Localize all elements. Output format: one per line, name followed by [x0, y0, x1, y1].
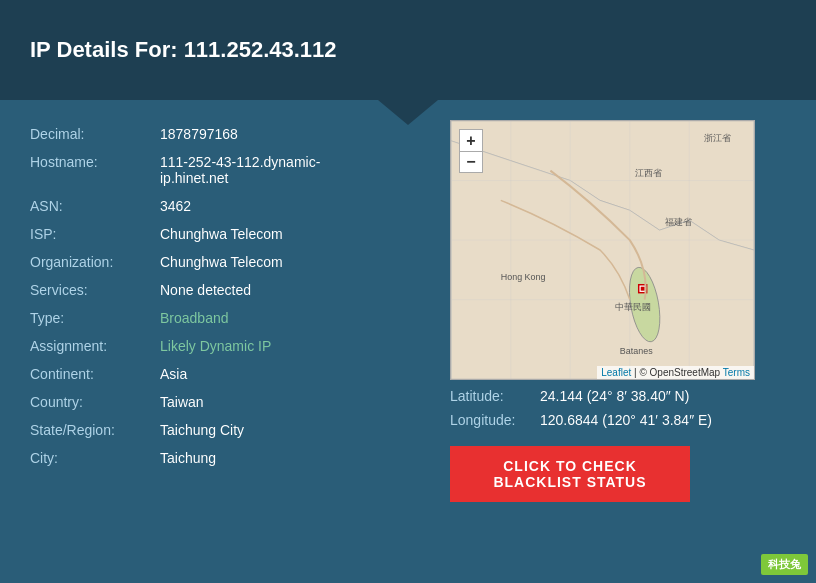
terms-link[interactable]: Terms: [723, 367, 750, 378]
svg-text:江西省: 江西省: [635, 168, 662, 178]
svg-text:福建省: 福建省: [665, 217, 692, 227]
osm-text: © OpenStreetMap: [639, 367, 720, 378]
page-wrapper: IP Details For: 111.252.43.112 Decimal: …: [0, 0, 816, 583]
row-continent: Continent: Asia: [30, 360, 430, 388]
svg-text:Hong Kong: Hong Kong: [501, 272, 546, 282]
decimal-value: 1878797168: [160, 126, 430, 142]
arrow-decoration: [378, 100, 438, 125]
country-value: Taiwan: [160, 394, 430, 410]
svg-text:中華民國: 中華民國: [615, 302, 651, 312]
right-area: 浙江省 江西省 福建省 中華民國 Hong Kong Batanes +: [450, 120, 786, 502]
continent-label: Continent:: [30, 366, 160, 382]
info-table: Decimal: 1878797168 Hostname: 111-252-43…: [30, 120, 430, 502]
leaflet-link[interactable]: Leaflet: [601, 367, 631, 378]
row-isp: ISP: Chunghwa Telecom: [30, 220, 430, 248]
map-attribution: Leaflet | © OpenStreetMap Terms: [597, 366, 754, 379]
zoom-out-button[interactable]: −: [459, 151, 483, 173]
row-decimal: Decimal: 1878797168: [30, 120, 430, 148]
row-city: City: Taichung: [30, 444, 430, 472]
city-label: City:: [30, 450, 160, 466]
map-zoom-controls: + −: [459, 129, 483, 173]
isp-label: ISP:: [30, 226, 160, 242]
lat-value: 24.144 (24° 8′ 38.40″ N): [540, 388, 689, 404]
page-title: IP Details For: 111.252.43.112: [30, 37, 337, 63]
svg-text:Batanes: Batanes: [620, 346, 653, 356]
state-value: Taichung City: [160, 422, 430, 438]
latitude-row: Latitude: 24.144 (24° 8′ 38.40″ N): [450, 388, 786, 404]
top-bar: IP Details For: 111.252.43.112: [0, 0, 816, 100]
longitude-row: Longitude: 120.6844 (120° 41′ 3.84″ E): [450, 412, 786, 428]
city-value: Taichung: [160, 450, 430, 466]
hostname-value: 111-252-43-112.dynamic-ip.hinet.net: [160, 154, 430, 186]
asn-value: 3462: [160, 198, 430, 214]
decimal-label: Decimal:: [30, 126, 160, 142]
row-type: Type: Broadband: [30, 304, 430, 332]
row-country: Country: Taiwan: [30, 388, 430, 416]
assignment-label: Assignment:: [30, 338, 160, 354]
svg-text:浙江省: 浙江省: [704, 133, 731, 143]
row-services: Services: None detected: [30, 276, 430, 304]
state-label: State/Region:: [30, 422, 160, 438]
blacklist-button[interactable]: CLICK TO CHECK BLACKLIST STATUS: [450, 446, 690, 502]
lon-value: 120.6844 (120° 41′ 3.84″ E): [540, 412, 712, 428]
row-asn: ASN: 3462: [30, 192, 430, 220]
content-area: Decimal: 1878797168 Hostname: 111-252-43…: [0, 100, 816, 522]
assignment-value: Likely Dynamic IP: [160, 338, 430, 354]
continent-value: Asia: [160, 366, 430, 382]
type-label: Type:: [30, 310, 160, 326]
services-label: Services:: [30, 282, 160, 298]
asn-label: ASN:: [30, 198, 160, 214]
row-state: State/Region: Taichung City: [30, 416, 430, 444]
row-org: Organization: Chunghwa Telecom: [30, 248, 430, 276]
row-hostname: Hostname: 111-252-43-112.dynamic-ip.hine…: [30, 148, 430, 192]
country-label: Country:: [30, 394, 160, 410]
watermark-badge: 科技兔: [761, 554, 808, 575]
hostname-label: Hostname:: [30, 154, 160, 170]
org-value: Chunghwa Telecom: [160, 254, 430, 270]
type-value: Broadband: [160, 310, 430, 326]
org-label: Organization:: [30, 254, 160, 270]
isp-value: Chunghwa Telecom: [160, 226, 430, 242]
svg-rect-18: [641, 287, 645, 291]
map-container: 浙江省 江西省 福建省 中華民國 Hong Kong Batanes +: [450, 120, 755, 380]
row-assignment: Assignment: Likely Dynamic IP: [30, 332, 430, 360]
map-svg: 浙江省 江西省 福建省 中華民國 Hong Kong Batanes: [451, 121, 754, 379]
lat-label: Latitude:: [450, 388, 530, 404]
services-value: None detected: [160, 282, 430, 298]
zoom-in-button[interactable]: +: [459, 129, 483, 151]
lon-label: Longitude:: [450, 412, 530, 428]
